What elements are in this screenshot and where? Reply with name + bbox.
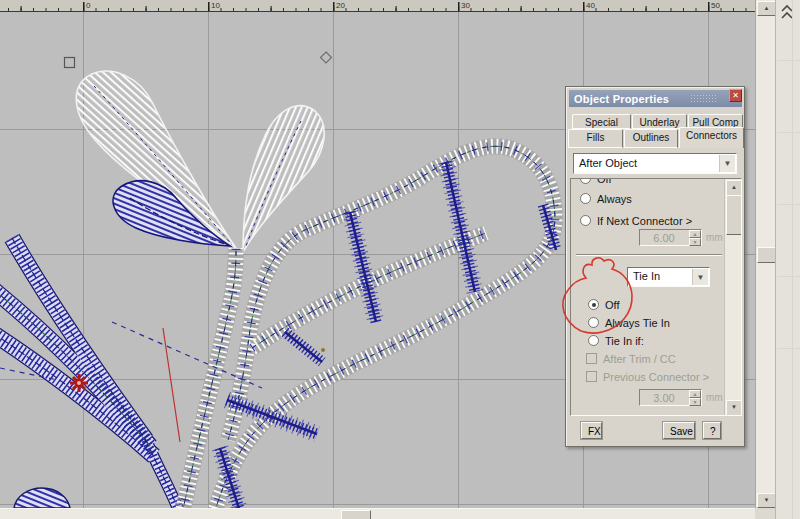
selection-handle-diamond[interactable] (321, 52, 332, 63)
panel-scroll-thumb[interactable] (726, 195, 742, 235)
button-label: ? (710, 426, 716, 437)
blue-fill-shape-bottom (14, 488, 70, 508)
unit-label: mm (706, 392, 723, 403)
canvas-horizontal-scrollbar[interactable] (0, 508, 775, 519)
radio-icon[interactable] (580, 193, 591, 204)
docked-panel-edge[interactable] (775, 0, 800, 519)
panel-row-line (777, 132, 800, 133)
radio-if-next-connector[interactable]: If Next Connector > (580, 214, 692, 227)
application-window: 0 10 20 30 40 50 ▲ ▼ (0, 0, 800, 519)
ruler-label: 40 (586, 1, 595, 10)
ruler-label: 50 (711, 1, 720, 10)
radio-always-tie-in[interactable]: Always Tie In (588, 316, 670, 329)
tie-in-length-spinner[interactable]: 3.00 ▲▼ (639, 389, 702, 406)
canvas-vertical-scrollbar[interactable]: ▲ ▼ (755, 0, 776, 508)
radio-icon[interactable] (588, 317, 599, 328)
spinner-value: 3.00 (640, 392, 688, 404)
radio-selected-icon[interactable] (588, 299, 599, 310)
fx-button[interactable]: FX (581, 422, 602, 439)
ruler-label: 30 (461, 1, 470, 10)
unit-label: mm (706, 232, 723, 243)
clipped-radio-row[interactable]: Off (580, 178, 611, 185)
close-icon: ✕ (732, 91, 739, 100)
option-label: Off (597, 178, 611, 185)
tab-label: Connectors (686, 130, 737, 141)
button-label: FX (588, 426, 601, 437)
panel-row-line (777, 276, 800, 277)
checkbox-previous-connector[interactable]: Previous Connector > (586, 370, 709, 383)
option-label: If Next Connector > (597, 215, 692, 227)
titlebar-grip (690, 94, 716, 103)
combo-value: After Object (579, 157, 637, 169)
option-label: Always Tie In (605, 317, 670, 329)
arrow-up-icon: ▲ (764, 5, 770, 11)
option-label: Off (605, 299, 619, 311)
tie-in-combo[interactable]: Tie In ▼ (627, 267, 710, 287)
panel-row-line (777, 204, 800, 205)
dialog-title: Object Properties (569, 93, 669, 105)
combo-value: Tie In (633, 270, 660, 282)
tab-outlines[interactable]: Outlines (624, 129, 678, 148)
connectors-panel: Off Always If Next Connector > 6.00 ▲▼ m… (570, 178, 742, 416)
radio-always[interactable]: Always (580, 192, 632, 205)
ruler-label: 20 (336, 1, 345, 10)
option-label: Always (597, 193, 632, 205)
radio-icon[interactable] (580, 178, 591, 184)
selection-handle-square[interactable] (65, 58, 75, 68)
tab-label: Outlines (633, 132, 670, 143)
vertical-scroll-thumb[interactable] (757, 247, 776, 263)
arrow-down-icon: ▼ (764, 497, 770, 503)
arrow-up-icon: ▲ (731, 184, 737, 190)
dialog-titlebar[interactable]: Object Properties (569, 90, 742, 107)
option-label: Previous Connector > (603, 371, 709, 383)
object-properties-dialog: Object Properties ✕ Special Underlay Pul… (565, 86, 745, 447)
checkbox-after-trim[interactable]: After Trim / CC (586, 352, 676, 365)
horizontal-ruler: 0 10 20 30 40 50 (0, 0, 756, 12)
panel-scrollbar[interactable]: ▲ ▼ (724, 179, 741, 415)
connector-length-spinner[interactable]: 6.00 ▲▼ (639, 229, 702, 246)
spin-up-icon[interactable]: ▲ (689, 230, 701, 238)
scroll-down-button[interactable]: ▼ (726, 400, 742, 416)
scrollbar-corner (755, 508, 775, 519)
tab-label: Fills (587, 132, 605, 143)
tab-label: Underlay (639, 117, 679, 128)
arrow-down-icon: ▼ (731, 404, 737, 410)
chevron-down-icon[interactable]: ▼ (692, 269, 708, 285)
tab-special[interactable]: Special (572, 114, 631, 129)
option-label: After Trim / CC (603, 353, 676, 365)
scroll-up-button[interactable]: ▲ (726, 180, 742, 196)
scroll-up-button[interactable]: ▲ (757, 1, 776, 16)
spin-down-icon[interactable]: ▼ (689, 398, 701, 406)
connector-type-combo[interactable]: After Object ▼ (573, 153, 737, 174)
option-label: Tie In if: (605, 335, 644, 347)
radio-off[interactable]: Off (588, 298, 619, 311)
tab-fills[interactable]: Fills (568, 129, 623, 148)
checkbox-icon[interactable] (586, 353, 597, 364)
radio-icon[interactable] (580, 215, 591, 226)
radio-icon[interactable] (588, 335, 599, 346)
ruler-label: 0 (86, 1, 91, 10)
group-separator (576, 254, 722, 256)
tab-connectors[interactable]: Connectors (679, 127, 744, 148)
chevron-down-icon[interactable]: ▼ (719, 155, 735, 172)
ruler-label: 10 (211, 1, 220, 10)
scroll-down-button[interactable]: ▼ (757, 493, 776, 508)
close-button[interactable]: ✕ (729, 89, 742, 102)
save-button[interactable]: Save (663, 422, 695, 439)
panel-row-line (777, 348, 800, 349)
left-blue-leaf-cluster (0, 238, 180, 508)
tab-label: Special (585, 117, 618, 128)
button-label: Save (670, 426, 693, 437)
white-stitch-bands (182, 146, 555, 508)
red-stitch-line (163, 328, 180, 442)
radio-tie-in-if[interactable]: Tie In if: (588, 334, 644, 347)
horizontal-scroll-thumb[interactable] (341, 510, 371, 519)
panel-row-line (777, 60, 800, 61)
help-button[interactable]: ? (703, 422, 721, 439)
checkbox-icon[interactable] (586, 371, 597, 382)
spin-up-icon[interactable]: ▲ (689, 390, 701, 398)
collapse-panel-icon[interactable] (776, 0, 800, 24)
spin-down-icon[interactable]: ▼ (689, 238, 701, 246)
spinner-value: 6.00 (640, 232, 688, 244)
panel-divider (792, 0, 793, 519)
